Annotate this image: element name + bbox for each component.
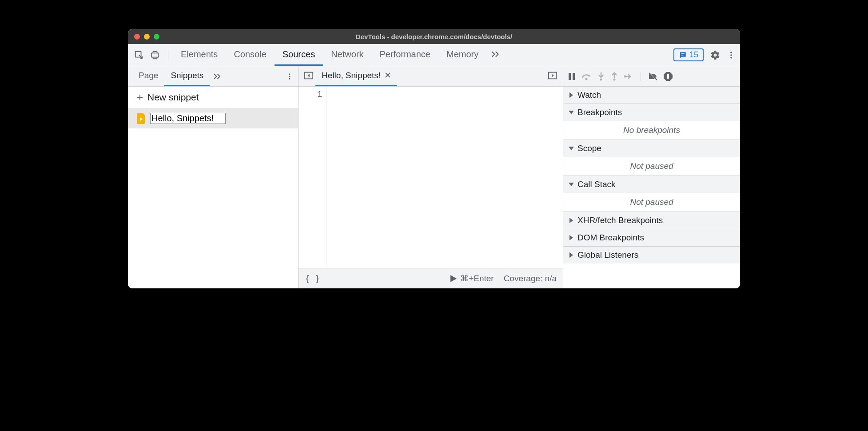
scope-label: Scope — [577, 144, 601, 153]
svg-point-6 — [730, 54, 732, 56]
dom-label: DOM Breakpoints — [577, 233, 644, 243]
devtools-window: DevTools - developer.chrome.com/docs/dev… — [128, 29, 740, 288]
pretty-print-icon[interactable]: { } — [305, 274, 320, 283]
pause-on-exceptions-icon[interactable] — [663, 72, 673, 81]
run-snippet-button[interactable]: ⌘+Enter — [450, 273, 494, 283]
svg-rect-2 — [151, 53, 159, 57]
close-window-button[interactable] — [134, 34, 140, 40]
breakpoints-label: Breakpoints — [577, 108, 622, 117]
navigator-tabs: Page Snippets — [128, 66, 298, 87]
step-icon[interactable] — [624, 72, 633, 80]
svg-point-18 — [624, 75, 626, 77]
step-into-icon[interactable] — [597, 72, 605, 81]
step-over-icon[interactable] — [581, 72, 592, 81]
svg-point-15 — [585, 78, 588, 80]
line-number: 1 — [299, 89, 322, 99]
plus-icon — [136, 93, 144, 101]
xhr-header[interactable]: XHR/fetch Breakpoints — [563, 212, 740, 229]
editor-statusbar: { } ⌘+Enter Coverage: n/a — [299, 268, 563, 288]
editor-panel: Hello, Snippets! 1 { } — [299, 66, 563, 288]
dom-header[interactable]: DOM Breakpoints — [563, 229, 740, 246]
new-snippet-label: New snippet — [147, 92, 199, 103]
maximize-window-button[interactable] — [154, 34, 159, 40]
editor-nav-back-icon[interactable] — [302, 69, 315, 84]
pause-icon[interactable] — [568, 72, 576, 81]
run-shortcut-label: ⌘+Enter — [460, 273, 494, 283]
navigator-menu-icon[interactable] — [286, 72, 294, 81]
settings-icon[interactable] — [710, 50, 721, 60]
global-section: Global Listeners — [563, 247, 740, 263]
xhr-section: XHR/fetch Breakpoints — [563, 212, 740, 229]
dom-section: DOM Breakpoints — [563, 229, 740, 247]
debugger-toolbar — [563, 66, 740, 87]
titlebar: DevTools - developer.chrome.com/docs/dev… — [128, 29, 740, 44]
code-area[interactable] — [327, 87, 563, 268]
breakpoints-section: Breakpoints No breakpoints — [563, 104, 740, 140]
tab-sources[interactable]: Sources — [275, 44, 323, 66]
svg-point-10 — [289, 78, 291, 79]
callstack-section: Call Stack Not paused — [563, 176, 740, 212]
callstack-label: Call Stack — [577, 180, 616, 189]
new-snippet-button[interactable]: New snippet — [128, 87, 298, 108]
step-out-icon[interactable] — [610, 72, 618, 81]
coverage-label[interactable]: Coverage: n/a — [504, 274, 557, 283]
svg-rect-3 — [681, 53, 685, 54]
tab-performance[interactable]: Performance — [372, 44, 439, 66]
window-title: DevTools - developer.chrome.com/docs/dev… — [128, 33, 740, 40]
sources-panel: Page Snippets New snippet — [128, 66, 740, 288]
issues-count: 15 — [689, 50, 698, 60]
callstack-header[interactable]: Call Stack — [563, 176, 740, 193]
svg-rect-14 — [573, 73, 575, 80]
collapse-icon — [569, 147, 574, 150]
subtab-page[interactable]: Page — [132, 66, 164, 86]
svg-point-8 — [289, 73, 291, 75]
code-editor[interactable]: 1 — [299, 87, 563, 268]
svg-point-7 — [730, 57, 732, 59]
toolbar-divider — [641, 72, 641, 81]
main-toolbar: Elements Console Sources Network Perform… — [128, 44, 740, 66]
scope-body: Not paused — [563, 157, 740, 176]
window-controls — [134, 34, 159, 40]
snippet-name-input[interactable] — [150, 113, 226, 124]
editor-tabstrip: Hello, Snippets! — [299, 66, 563, 87]
expand-icon — [569, 252, 573, 258]
deactivate-breakpoints-icon[interactable] — [648, 72, 658, 81]
callstack-body: Not paused — [563, 193, 740, 212]
breakpoints-header[interactable]: Breakpoints — [563, 104, 740, 121]
toolbar-divider — [168, 50, 168, 60]
tab-network[interactable]: Network — [323, 44, 371, 66]
breakpoints-body: No breakpoints — [563, 121, 740, 140]
watch-label: Watch — [577, 90, 601, 100]
line-gutter: 1 — [299, 87, 327, 268]
expand-icon — [569, 218, 573, 223]
navigator-panel: Page Snippets New snippet — [128, 66, 299, 288]
issues-badge[interactable]: 15 — [673, 48, 704, 61]
svg-point-17 — [613, 78, 616, 80]
scope-header[interactable]: Scope — [563, 140, 740, 157]
more-tabs-icon[interactable] — [486, 44, 504, 66]
editor-tab[interactable]: Hello, Snippets! — [315, 66, 397, 86]
expand-icon — [569, 92, 573, 98]
debugger-panel: Watch Breakpoints No breakpoints Scope N… — [563, 66, 740, 288]
inspect-element-icon[interactable] — [134, 50, 144, 60]
watch-header[interactable]: Watch — [563, 87, 740, 104]
kebab-menu-icon[interactable] — [727, 50, 736, 60]
svg-point-5 — [730, 52, 732, 53]
tab-console[interactable]: Console — [226, 44, 274, 66]
global-header[interactable]: Global Listeners — [563, 247, 740, 263]
svg-point-16 — [600, 78, 602, 80]
tab-memory[interactable]: Memory — [438, 44, 486, 66]
close-tab-icon[interactable] — [385, 72, 390, 80]
xhr-label: XHR/fetch Breakpoints — [577, 216, 663, 225]
editor-nav-forward-icon[interactable] — [546, 69, 559, 84]
snippet-item[interactable] — [128, 108, 298, 128]
tab-elements[interactable]: Elements — [173, 44, 226, 66]
subtab-snippets[interactable]: Snippets — [164, 66, 210, 86]
watch-section: Watch — [563, 87, 740, 104]
collapse-icon — [569, 111, 574, 114]
expand-icon — [569, 235, 573, 240]
device-toggle-icon[interactable] — [150, 50, 160, 60]
minimize-window-button[interactable] — [144, 34, 150, 40]
editor-tab-label: Hello, Snippets! — [322, 71, 381, 80]
more-subtabs-icon[interactable] — [210, 73, 225, 80]
